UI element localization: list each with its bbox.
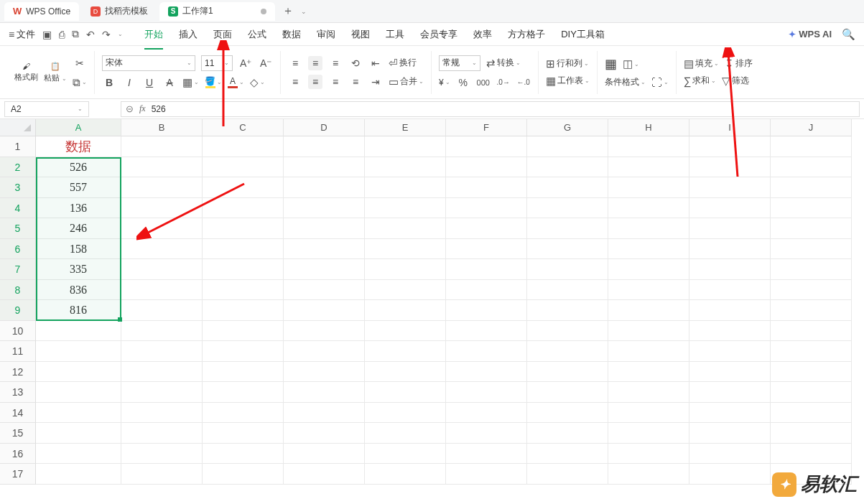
cell[interactable] [284,464,365,485]
wrap-button[interactable]: ⏎换行 [389,57,417,70]
row-header[interactable]: 10 [0,321,36,342]
cell[interactable] [689,218,771,239]
cell[interactable] [689,464,771,485]
new-tab-button[interactable]: ＋ [278,4,298,19]
row-header[interactable]: 1 [0,136,36,157]
cell[interactable] [284,177,365,198]
tab-app[interactable]: W WPS Office [4,2,79,21]
cell[interactable] [121,321,203,342]
cell[interactable] [36,341,121,362]
col-header-i[interactable]: I [689,119,771,136]
cell[interactable] [203,136,284,157]
cell[interactable] [36,362,121,383]
cell[interactable] [365,362,446,383]
cell[interactable] [121,382,203,403]
cell[interactable] [284,382,365,403]
row-header[interactable]: 5 [0,218,36,239]
crop-button[interactable]: ⛶⌄ [651,76,669,88]
cell[interactable] [527,423,608,444]
cell[interactable] [771,259,852,280]
cell[interactable] [203,280,284,301]
cell[interactable]: 246 [36,218,121,239]
cell[interactable] [36,423,121,444]
menu-review[interactable]: 审阅 [310,25,343,44]
cell[interactable] [527,403,608,424]
currency-button[interactable]: ¥⌄ [439,78,450,88]
cell[interactable] [203,239,284,260]
cell[interactable] [446,280,527,301]
menu-member[interactable]: 会员专享 [413,25,465,44]
align-right-icon[interactable]: ≡ [328,75,343,89]
cell[interactable] [121,464,203,485]
cell[interactable] [365,382,446,403]
align-left-icon[interactable]: ≡ [288,75,302,89]
cell[interactable] [608,382,689,403]
strikethrough-button[interactable]: A [162,75,177,90]
cell[interactable] [689,239,771,260]
cell[interactable] [36,321,121,342]
format-painter-button[interactable]: 🖌格式刷 [14,62,38,83]
row-header[interactable]: 9 [0,300,36,321]
cell[interactable] [365,136,446,157]
border-button[interactable]: ▦⌄ [182,76,199,89]
cell[interactable] [446,444,527,465]
cell[interactable] [203,157,284,178]
file-menu[interactable]: ≡文件 [9,28,35,41]
cell[interactable] [203,321,284,342]
cell[interactable] [689,198,771,219]
cell[interactable] [446,341,527,362]
col-header-d[interactable]: D [284,119,365,136]
menu-view[interactable]: 视图 [344,25,377,44]
cell[interactable] [446,259,527,280]
row-header[interactable]: 15 [0,423,36,444]
fill-color-button[interactable]: 🪣⌄ [205,76,222,88]
align-bottom-icon[interactable]: ≡ [328,56,343,70]
cell[interactable] [608,136,689,157]
cell[interactable] [608,464,689,485]
cell[interactable] [365,218,446,239]
cell[interactable]: 136 [36,198,121,219]
print-icon[interactable]: ⎙ [59,29,65,40]
name-box[interactable]: A2⌄ [4,101,89,117]
cell[interactable] [284,403,365,424]
cell[interactable] [446,362,527,383]
cell[interactable] [446,423,527,444]
menu-ffgz[interactable]: 方方格子 [501,25,552,44]
cell[interactable] [121,403,203,424]
cell[interactable] [771,444,852,465]
cell[interactable] [771,280,852,301]
cell[interactable] [689,136,771,157]
cell[interactable] [203,218,284,239]
cell[interactable] [365,300,446,321]
fill-button[interactable]: ▤填充⌄ [684,57,719,70]
row-header[interactable]: 16 [0,444,36,465]
row-header[interactable]: 11 [0,341,36,362]
col-header-c[interactable]: C [203,119,284,136]
cell[interactable] [527,444,608,465]
cell[interactable] [121,198,203,219]
cell[interactable] [284,239,365,260]
cell[interactable] [284,423,365,444]
row-header[interactable]: 14 [0,403,36,424]
cell[interactable] [608,444,689,465]
col-header-b[interactable]: B [121,119,203,136]
cell[interactable] [203,423,284,444]
cell[interactable] [608,403,689,424]
cut-icon[interactable]: ✂ [73,56,87,70]
cell[interactable] [527,382,608,403]
cell[interactable] [527,259,608,280]
row-header[interactable]: 8 [0,280,36,301]
copy-button[interactable]: ⧉⌄ [73,76,87,89]
cell[interactable] [689,321,771,342]
cell[interactable] [771,218,852,239]
cell[interactable] [121,259,203,280]
cell[interactable] [365,403,446,424]
comma-style-button[interactable]: 000 [476,75,491,90]
font-name-select[interactable]: 宋体⌄ [102,55,195,71]
cell[interactable] [771,239,852,260]
cell[interactable] [121,280,203,301]
cell[interactable] [446,177,527,198]
decrease-decimal-icon[interactable]: ←.0 [516,75,531,90]
sum-button[interactable]: ∑求和⌄ [684,75,717,87]
cell[interactable] [608,280,689,301]
